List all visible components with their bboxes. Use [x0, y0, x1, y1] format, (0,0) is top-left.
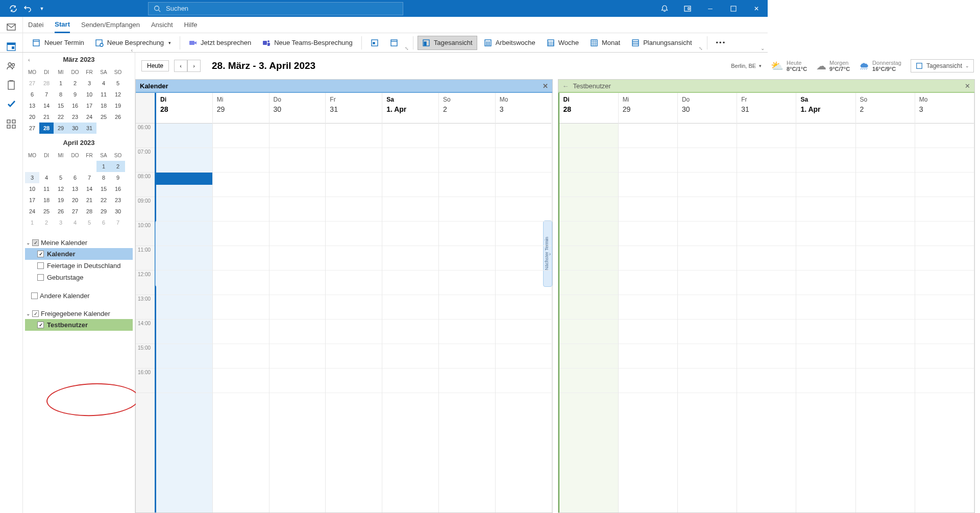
people-icon[interactable]	[6, 61, 16, 71]
minical-day[interactable]: 5	[82, 217, 96, 228]
minical-day[interactable]: 12	[111, 89, 125, 100]
minical-day[interactable]	[82, 161, 96, 172]
minical-day[interactable]	[39, 161, 54, 172]
minical-day[interactable]: 1	[54, 78, 68, 89]
schedule-view-button[interactable]: Planungsansicht	[627, 36, 696, 50]
maximize-button[interactable]	[722, 0, 745, 17]
back-arrow-icon[interactable]: ←	[562, 82, 569, 90]
tasks-icon[interactable]	[6, 80, 16, 90]
minical-day[interactable]	[68, 161, 82, 172]
minimize-button[interactable]: ─	[699, 0, 722, 17]
tab-file[interactable]: Datei	[28, 17, 43, 33]
minical-day[interactable]: 31	[82, 123, 96, 134]
tree-item-birthdays[interactable]: Geburtstage	[25, 272, 133, 283]
minical-day[interactable]: 26	[111, 111, 125, 123]
tree-group-mine[interactable]: ⌄ Meine Kalender	[25, 237, 133, 248]
minical-day[interactable]: 11	[96, 89, 111, 100]
day-header[interactable]: Do30	[678, 93, 737, 124]
minical-day[interactable]: 8	[96, 172, 111, 183]
minical-day[interactable]: 12	[54, 183, 68, 194]
next-period-button[interactable]: ›	[187, 60, 201, 72]
meet-now-button[interactable]: Jetzt besprechen	[184, 36, 256, 50]
minical-day[interactable]: 3	[82, 78, 96, 89]
close-icon[interactable]: ✕	[543, 82, 548, 90]
minical-day[interactable]: 15	[96, 183, 111, 194]
minical-day[interactable]: 6	[96, 217, 111, 228]
work-week-button[interactable]: Arbeitswoche	[479, 36, 540, 50]
tree-item-testbenutzer[interactable]: Testbenutzer	[25, 319, 133, 331]
day-column[interactable]: Fr31	[326, 93, 382, 403]
minical-day[interactable]: 29	[54, 123, 68, 134]
notifications-icon[interactable]	[653, 0, 676, 17]
tab-help[interactable]: Hilfe	[184, 17, 198, 33]
minical-day[interactable]: 18	[39, 194, 54, 206]
day-header[interactable]: Sa1. Apr	[382, 93, 438, 124]
minical-day[interactable]: 14	[82, 183, 96, 194]
checkbox[interactable]	[37, 322, 44, 328]
minical-day[interactable]: 3	[54, 217, 68, 228]
checkbox[interactable]	[37, 274, 44, 281]
checkbox[interactable]	[32, 239, 39, 246]
today-button[interactable]: Heute	[141, 60, 169, 71]
minical-day[interactable]: 5	[111, 78, 125, 89]
search-input[interactable]	[166, 5, 398, 12]
tree-item-holidays[interactable]: Feiertage in Deutschland	[25, 260, 133, 272]
day-column[interactable]: Do30	[678, 93, 737, 403]
prev-period-button[interactable]: ‹	[174, 60, 187, 72]
minical-day[interactable]: 19	[111, 100, 125, 111]
minical-day[interactable]: 15	[54, 100, 68, 111]
minical-day[interactable]: 30	[68, 123, 82, 134]
minical-day[interactable]: 27	[25, 78, 39, 89]
sync-icon[interactable]	[9, 5, 17, 13]
tree-item-kalender[interactable]: Kalender	[25, 248, 133, 260]
ribbon-expand-icon[interactable]: ⌄	[761, 45, 765, 51]
minical-day[interactable]: 16	[68, 100, 82, 111]
minical-day[interactable]: 9	[68, 89, 82, 100]
minical-day[interactable]: 5	[54, 172, 68, 183]
minical-day[interactable]	[54, 161, 68, 172]
minical-day[interactable]: 7	[39, 89, 54, 100]
day-column[interactable]: Di28	[558, 93, 619, 403]
mini-calendar-march[interactable]: MODIMIDOFRSASO 2728123456789101112131415…	[25, 66, 133, 134]
day-header[interactable]: Di28	[559, 93, 618, 124]
day-column[interactable]: Mi29	[213, 93, 270, 403]
qat-dropdown-icon[interactable]: ▼	[38, 5, 46, 13]
minical-day[interactable]: 26	[54, 206, 68, 217]
minical-day[interactable]: 27	[25, 123, 39, 134]
coming-soon-icon[interactable]	[676, 0, 699, 17]
todo-icon[interactable]	[6, 100, 16, 110]
minical-day[interactable]: 22	[96, 194, 111, 206]
minical-day[interactable]: 20	[25, 111, 39, 123]
minical-day[interactable]: 4	[96, 78, 111, 89]
day-header[interactable]: Fr31	[737, 93, 768, 124]
minical-day[interactable]: 10	[82, 89, 96, 100]
mail-icon[interactable]	[6, 22, 16, 32]
minical-day[interactable]: 25	[96, 111, 111, 123]
minical-day[interactable]: 16	[111, 183, 125, 194]
minical-day[interactable]: 21	[39, 111, 54, 123]
day-column[interactable]: Fr31	[737, 93, 768, 403]
search-box[interactable]	[148, 2, 403, 15]
minical-day[interactable]: 17	[82, 100, 96, 111]
undo-icon[interactable]	[23, 5, 32, 13]
today-nav-button[interactable]	[366, 36, 383, 50]
minical-day[interactable]: 6	[68, 172, 82, 183]
checkbox[interactable]	[37, 262, 44, 269]
minical-day[interactable]: 27	[68, 206, 82, 217]
minical-day[interactable]: 23	[111, 194, 125, 206]
minical-day[interactable]	[111, 123, 125, 134]
weather-location[interactable]: Berlin, BE ▾	[731, 63, 762, 69]
checkbox[interactable]	[37, 251, 44, 257]
next7-button[interactable]	[385, 36, 403, 50]
day-column[interactable]: So2	[439, 93, 496, 403]
minical-day[interactable]: 6	[25, 89, 39, 100]
minical-day[interactable]: 11	[39, 183, 54, 194]
teams-meeting-button[interactable]: Neue Teams-Besprechung	[258, 36, 357, 50]
group-launcher-icon[interactable]: ⤡	[405, 46, 409, 51]
minical-day[interactable]: 1	[96, 161, 111, 172]
collapse-sidebar-icon[interactable]: ‹	[131, 47, 133, 53]
minical-day[interactable]: 19	[54, 194, 68, 206]
minical-day[interactable]: 28	[39, 123, 54, 134]
minical-day[interactable]: 21	[82, 194, 96, 206]
prev-month-icon[interactable]: ‹	[28, 57, 30, 63]
